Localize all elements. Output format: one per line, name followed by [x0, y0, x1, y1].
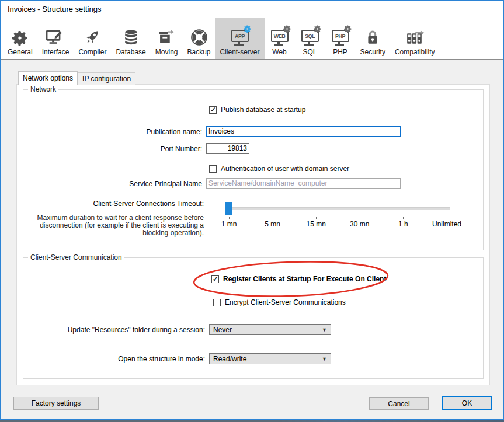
monitor-icon: SQL: [300, 25, 321, 47]
timeout-slider: 1 mn 5 mn 15 mn 30 mn 1 h Unlimited: [225, 201, 450, 229]
open-mode-dropdown[interactable]: Read/write ▼: [209, 353, 331, 364]
tick-label: Unlimited: [432, 220, 461, 228]
toolbar-item-interface[interactable]: Interface: [37, 18, 74, 59]
resources-folder-dropdown[interactable]: Never ▼: [209, 324, 331, 335]
toolbar-item-client-server[interactable]: APPClient-server: [215, 18, 265, 59]
toolbar-item-sql[interactable]: SQLSQL: [295, 18, 325, 59]
toolbar-item-web[interactable]: WEBWeb: [265, 18, 295, 59]
encrypt-communications-row: Encrypt Client-Server Communications: [213, 298, 346, 306]
toolbar-item-compiler[interactable]: Compiler: [74, 18, 111, 59]
timeout-slider-ticks: 1 mn 5 mn 15 mn 30 mn 1 h Unlimited: [229, 201, 447, 229]
rocket-icon: [83, 25, 102, 47]
timeout-label: Client-Server Connections Timeout:: [71, 200, 204, 208]
window-title: Invoices - Structure settings: [8, 5, 101, 13]
service-principal-name-input[interactable]: [206, 178, 401, 189]
toolbar-item-general[interactable]: General: [3, 18, 37, 59]
open-mode-label: Open the structure in mode:: [59, 355, 205, 363]
timeout-help-line: blocking operation).: [24, 229, 204, 237]
toolbar-item-label: SQL: [303, 48, 317, 56]
tick-mark: [229, 217, 230, 219]
auth-domain-row: Authentication of user with domain serve…: [209, 165, 349, 173]
toolbar-item-label: PHP: [333, 48, 347, 56]
publish-database-row: Publish database at startup: [209, 106, 305, 114]
toolbar-item-label: Security: [360, 48, 385, 56]
cancel-button[interactable]: Cancel: [369, 397, 429, 410]
publish-database-label: Publish database at startup: [221, 106, 305, 114]
toolbar: GeneralInterfaceCompilerDatabaseMovingBa…: [1, 18, 503, 60]
network-group-label: Network: [28, 85, 58, 93]
register-clients-row: Register Clients at Startup For Execute …: [211, 275, 386, 283]
ok-button[interactable]: OK: [442, 396, 492, 410]
timeout-help-text: Maximum duration to wait for a client re…: [24, 214, 204, 237]
toolbar-item-label: Moving: [155, 48, 178, 56]
communication-group-label: Client-Server Communication: [28, 253, 124, 261]
toolbar-item-database[interactable]: Database: [111, 18, 150, 59]
tick-label: 15 mn: [307, 220, 326, 228]
toolbar-item-label: Compiler: [78, 48, 106, 56]
factory-settings-button[interactable]: Factory settings: [13, 397, 99, 410]
chevron-down-icon: ▼: [322, 356, 327, 362]
monitor-icon: WEB: [269, 25, 290, 47]
tick-label: 30 mn: [350, 220, 369, 228]
tab-ip-configuration[interactable]: IP configuration: [78, 72, 135, 85]
gear-icon: [11, 25, 29, 47]
toolbar-item-label: Compatibility: [395, 48, 435, 56]
tab-label: Network options: [23, 74, 73, 82]
structure-settings-window: Invoices - Structure settings GeneralInt…: [0, 0, 504, 420]
database-icon: [122, 25, 140, 47]
port-number-label: Port Number:: [85, 145, 202, 153]
tick-mark: [360, 217, 360, 219]
toolbar-item-security[interactable]: Security: [356, 18, 390, 59]
auth-domain-checkbox[interactable]: [209, 165, 217, 173]
monitor-icon: PHP: [330, 25, 351, 47]
tab-network-options[interactable]: Network options: [18, 71, 78, 85]
monitor-icon: APP: [230, 25, 251, 47]
chevron-down-icon: ▼: [322, 327, 327, 333]
encrypt-communications-label: Encrypt Client-Server Communications: [225, 298, 346, 306]
toolbar-item-label: General: [8, 48, 33, 56]
tab-label: IP configuration: [82, 75, 131, 83]
toolbar-item-php[interactable]: PHPPHP: [325, 18, 356, 59]
toolbar-item-label: Database: [116, 48, 145, 56]
publish-database-checkbox[interactable]: [209, 106, 217, 114]
lifebuoy-icon: [190, 25, 208, 47]
tick-mark: [447, 217, 447, 219]
resources-folder-label: Update "Resources" folder during a sessi…: [59, 326, 205, 334]
toolbar-item-label: Client-server: [220, 48, 260, 56]
lock-icon: [364, 25, 381, 47]
toolbar-item-label: Web: [272, 48, 286, 56]
service-principal-name-label: Service Principal Name: [85, 180, 202, 188]
tab-bar: Network options IP configuration: [18, 71, 135, 85]
interface-icon: [46, 25, 65, 47]
encrypt-communications-checkbox[interactable]: [213, 299, 221, 306]
publication-name-label: Publication name:: [85, 128, 202, 136]
compatibility-icon: [404, 25, 425, 47]
register-clients-label: Register Clients at Startup For Execute …: [223, 275, 386, 283]
moving-icon: [157, 25, 176, 47]
toolbar-item-label: Backup: [187, 48, 210, 56]
open-mode-value: Read/write: [213, 355, 246, 363]
tick-label: 1 mn: [221, 220, 237, 228]
toolbar-item-backup[interactable]: Backup: [182, 18, 215, 59]
resources-folder-value: Never: [213, 326, 232, 334]
title-bar: Invoices - Structure settings: [1, 1, 503, 18]
tick-label: 1 h: [398, 220, 408, 228]
background-strip: [0, 420, 504, 422]
tick-mark: [403, 217, 404, 219]
toolbar-item-label: Interface: [42, 48, 69, 56]
port-number-input[interactable]: [206, 143, 249, 154]
register-clients-checkbox[interactable]: [211, 275, 219, 283]
auth-domain-label: Authentication of user with domain serve…: [221, 165, 349, 173]
toolbar-item-compatibility[interactable]: Compatibility: [390, 18, 440, 59]
publication-name-input[interactable]: [206, 126, 401, 137]
tick-mark: [273, 217, 273, 219]
tick-mark: [316, 217, 317, 219]
toolbar-item-moving[interactable]: Moving: [151, 18, 183, 59]
tick-label: 5 mn: [265, 220, 280, 228]
